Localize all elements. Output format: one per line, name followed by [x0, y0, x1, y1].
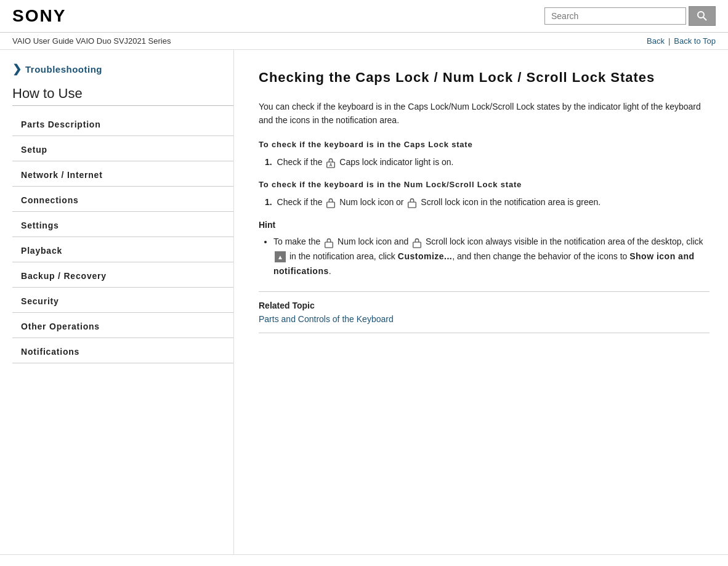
related-title: Related Topic: [259, 301, 710, 310]
scroll-lock-icon-inline: [407, 197, 417, 208]
caps-lock-step-1: 1. Check if the A Caps lock indicator li…: [259, 155, 710, 169]
hint-section: Hint To make the Num lock icon and Scrol…: [259, 220, 710, 278]
sidebar-item-playback[interactable]: Playback: [12, 237, 233, 262]
breadcrumb-bar: VAIO User Guide VAIO Duo SVJ2021 Series …: [0, 33, 728, 50]
nav-links: Back | Back to Top: [647, 36, 716, 46]
search-area: [544, 6, 716, 26]
sidebar-item-setup[interactable]: Setup: [12, 136, 233, 161]
main-layout: ❯ Troubleshooting How to Use Parts Descr…: [0, 50, 728, 554]
related-link[interactable]: Parts and Controls of the Keyboard: [259, 314, 394, 324]
hint-list: To make the Num lock icon and Scroll loc…: [259, 235, 710, 278]
num-scroll-step-1: 1. Check if the Num lock icon or Scroll …: [259, 195, 710, 209]
arrow-up-icon: [275, 251, 286, 262]
hint-title: Hint: [259, 220, 710, 230]
step-number-2: 1.: [265, 197, 272, 207]
intro-text: You can check if the keyboard is in the …: [259, 100, 710, 127]
step-number-1: 1.: [265, 157, 272, 167]
show-icon-label: Show icon and notifications: [273, 251, 695, 276]
troubleshooting-label: Troubleshooting: [25, 64, 102, 75]
svg-rect-7: [413, 242, 421, 248]
search-icon: [697, 10, 708, 22]
search-input[interactable]: [544, 7, 686, 25]
back-to-top-link[interactable]: Back to Top: [674, 36, 716, 46]
num-scroll-heading: To check if the keyboard is in the Num L…: [259, 180, 710, 189]
nav-separator: |: [668, 36, 670, 46]
related-section: Related Topic Parts and Controls of the …: [259, 291, 710, 324]
breadcrumb-text: VAIO User Guide VAIO Duo SVJ2021 Series: [12, 36, 171, 46]
sidebar-section-title: How to Use: [12, 86, 233, 106]
num-lock-icon: [326, 197, 336, 208]
caps-lock-heading: To check if the keyboard is in the Caps …: [259, 140, 710, 149]
content-area: Checking the Caps Lock / Num Lock / Scro…: [234, 50, 728, 554]
sony-logo: SONY: [12, 6, 66, 26]
customize-label: Customize...: [398, 251, 452, 261]
back-link[interactable]: Back: [647, 36, 665, 46]
svg-line-1: [703, 17, 706, 20]
sidebar-item-other-operations[interactable]: Other Operations: [12, 313, 233, 338]
hint-item-1: To make the Num lock icon and Scroll loc…: [273, 235, 710, 278]
svg-rect-4: [327, 202, 335, 208]
sidebar-item-parts-description[interactable]: Parts Description: [12, 111, 233, 136]
sidebar-troubleshooting[interactable]: ❯ Troubleshooting: [12, 62, 233, 76]
sidebar-item-network-internet[interactable]: Network / Internet: [12, 161, 233, 187]
caps-lock-icon: A: [326, 157, 336, 168]
svg-point-0: [698, 12, 704, 18]
caps-lock-steps: 1. Check if the A Caps lock indicator li…: [259, 155, 710, 169]
page-title: Checking the Caps Lock / Num Lock / Scro…: [259, 68, 710, 87]
sidebar: ❯ Troubleshooting How to Use Parts Descr…: [0, 50, 234, 554]
sidebar-item-settings[interactable]: Settings: [12, 212, 233, 237]
chevron-right-icon: ❯: [12, 62, 22, 76]
svg-text:A: A: [330, 163, 333, 167]
num-scroll-steps: 1. Check if the Num lock icon or Scroll …: [259, 195, 710, 209]
header: SONY: [0, 0, 728, 33]
svg-rect-5: [408, 202, 416, 208]
related-bottom-border: [259, 333, 710, 333]
num-lock-hint-icon: [324, 237, 334, 248]
search-button[interactable]: [689, 6, 716, 26]
sidebar-item-security[interactable]: Security: [12, 288, 233, 313]
scroll-lock-hint-icon: [412, 237, 422, 248]
footer: © 2012 Sony Corporation: [0, 554, 728, 566]
logo-area: SONY: [12, 6, 66, 26]
sidebar-item-backup-recovery[interactable]: Backup / Recovery: [12, 262, 233, 288]
sidebar-item-connections[interactable]: Connections: [12, 187, 233, 212]
svg-rect-6: [325, 242, 333, 248]
sidebar-item-notifications[interactable]: Notifications: [12, 338, 233, 363]
